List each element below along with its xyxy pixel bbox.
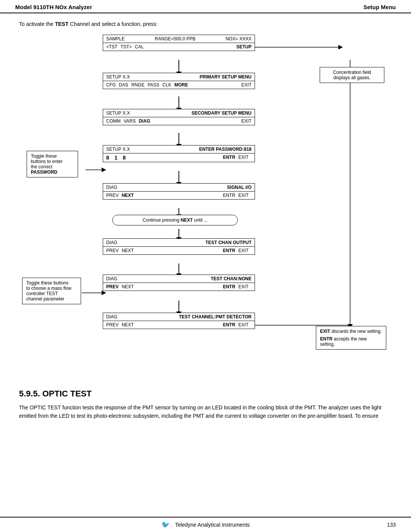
intro-text-before: To activate the [19, 21, 55, 27]
main-content: To activate the TEST Channel and select … [0, 13, 411, 451]
top-display-row2: <TST TST> CAL SETUP [103, 43, 255, 51]
primary-menu-header: SETUP X.X PRIMARY SETUP MENU [103, 73, 255, 81]
signal-io-menu-box: DIAG SIGNAL I/O PREV NEXT ENTR EXIT [103, 183, 255, 200]
none-entr-btn[interactable]: ENTR [223, 284, 236, 289]
toggle-line2: to choose a mass flow [26, 286, 77, 291]
testchan-pmt-diag: DIAG [106, 314, 117, 320]
toggle-line3: controller TEST [26, 291, 77, 296]
pmt-exit-btn[interactable]: EXIT [238, 322, 249, 328]
signal-exit-btn[interactable]: EXIT [238, 193, 249, 198]
primary-menu-items: CFG DAS RNGE PASS CLK MORE EXIT [103, 81, 255, 89]
digit-1[interactable]: 1 [115, 155, 118, 161]
none-next-btn[interactable]: NEXT [122, 284, 134, 289]
output-prev-btn[interactable]: PREV [106, 248, 119, 253]
page-footer: 🐦 Teledyne Analytical Instruments 133 [0, 517, 411, 532]
das-btn[interactable]: DAS [119, 82, 128, 88]
signal-menu-items: PREV NEXT ENTR EXIT [103, 192, 255, 199]
signal-menu-title: SIGNAL I/O [227, 185, 252, 190]
password-entr-btn[interactable]: ENTR [223, 155, 236, 161]
testchan-none-title: TEST CHAN:NONE [211, 276, 252, 281]
pass-btn[interactable]: PASS [148, 82, 159, 88]
range-label: RANGE=500.0 PPB [155, 36, 196, 42]
digit-8-last[interactable]: 8 [123, 155, 126, 161]
svg-marker-17 [338, 45, 343, 50]
primary-menu-title: PRIMARY SETUP MENU [200, 74, 252, 80]
password-callout-line2: buttons to enter [31, 159, 74, 164]
continue-text-before: Continue pressing [143, 217, 181, 223]
signal-prev-btn[interactable]: PREV [106, 193, 119, 198]
testchan-pmt-header: DIAG TEST CHANNEL:PMT DETECTOR [103, 313, 255, 321]
testchan-pmt-items: PREV NEXT ENTR EXIT [103, 321, 255, 329]
entr-label: ENTR [320, 336, 333, 342]
output-exit-btn[interactable]: EXIT [238, 248, 249, 253]
page-number: 133 [387, 522, 396, 528]
exit-entr-entr-line: ENTR accepts the new setting. [320, 336, 382, 347]
setup-label: SETUP [236, 44, 252, 50]
clk-btn[interactable]: CLK [162, 82, 171, 88]
section-body: The OPTIC TEST function tests the respon… [19, 403, 392, 420]
continue-text-after: until ... [193, 217, 208, 223]
sample-label: SAMPLE [106, 36, 125, 42]
bird-icon: 🐦 [161, 521, 170, 529]
intro-bold: TEST [55, 21, 68, 27]
exit-label: EXIT [320, 329, 330, 334]
primary-setup-label: SETUP X.X [106, 74, 130, 80]
footer-company: Teledyne Analytical Instruments [175, 522, 250, 528]
password-menu-header: SETUP X.X ENTER PASSWORD:818 [103, 145, 255, 153]
testchan-pmt-title: TEST CHANNEL:PMT DETECTOR [179, 314, 252, 320]
comm-btn[interactable]: COMM [106, 118, 121, 124]
header-left: Model 9110TH NOx Analyzer [15, 4, 92, 10]
top-display-row1: SAMPLE RANGE=500.0 PPB NOX= XXXX [103, 35, 255, 43]
secondary-menu-title: SECONDARY SETUP MENU [191, 110, 252, 116]
password-setup-label: SETUP X.X [106, 147, 130, 152]
password-callout: Toggle these buttons to enter the correc… [27, 151, 78, 177]
testchan-output-title: TEST CHAN OUTPUT [206, 240, 252, 245]
output-next-btn[interactable]: NEXT [122, 248, 134, 253]
password-callout-line3: the correct [31, 164, 74, 169]
pmt-prev-btn[interactable]: PREV [106, 322, 119, 328]
password-callout-line1: Toggle these [31, 153, 74, 159]
signal-next-btn[interactable]: NEXT [122, 193, 134, 198]
password-callout-bold: PASSWORD [31, 169, 57, 175]
top-display-box: SAMPLE RANGE=500.0 PPB NOX= XXXX <TST TS… [103, 35, 255, 51]
testchan-none-items: PREV NEXT ENTR EXIT [103, 283, 255, 291]
pmt-entr-btn[interactable]: ENTR [223, 322, 236, 328]
vars-btn[interactable]: VARS [124, 118, 136, 124]
exit-text: discards the new setting. [330, 329, 382, 334]
password-exit-btn[interactable]: EXIT [238, 155, 249, 161]
testchan-output-header: DIAG TEST CHAN OUTPUT [103, 239, 255, 247]
secondary-setup-menu-box: SETUP X.X SECONDARY SETUP MENU COMM VARS… [103, 109, 255, 125]
intro-text-after: Channel and select a function, press: [68, 21, 158, 27]
none-prev-btn[interactable]: PREV [106, 284, 119, 289]
testchan-output-items: PREV NEXT ENTR EXIT [103, 247, 255, 254]
svg-marker-21 [102, 291, 106, 295]
cfg-btn[interactable]: CFG [106, 82, 116, 88]
more-btn[interactable]: MORE [174, 82, 188, 88]
cal-label: CAL [135, 44, 143, 50]
continue-bubble: Continue pressing NEXT until ... [112, 215, 238, 225]
pmt-next-btn[interactable]: NEXT [122, 322, 134, 328]
concentration-callout: Concentration field displays all gases. [320, 67, 384, 83]
toggle-line4: channel parameter [26, 296, 77, 302]
signal-entr-btn[interactable]: ENTR [223, 193, 236, 198]
rnge-btn[interactable]: RNGE [131, 82, 145, 88]
toggle-callout: Toggle these buttons to choose a mass fl… [22, 278, 81, 304]
page-header: Model 9110TH NOx Analyzer Setup Menu [0, 0, 411, 13]
toggle-line1: Toggle these buttons [26, 280, 77, 286]
primary-exit-btn[interactable]: EXIT [241, 82, 252, 88]
section-number: 5.9.5. [19, 389, 40, 398]
diag-btn[interactable]: DIAG [139, 118, 150, 124]
concentration-line2: displays all gases. [324, 75, 380, 80]
testchan-none-header: DIAG TEST CHAN:NONE [103, 275, 255, 283]
nox-label: NOX= XXXX [226, 36, 252, 42]
testchan-none-box: DIAG TEST CHAN:NONE PREV NEXT ENTR EXIT [103, 275, 255, 291]
section-heading: 5.9.5. OPTIC TEST [19, 389, 392, 399]
none-exit-btn[interactable]: EXIT [238, 284, 249, 289]
exit-entr-exit-line: EXIT discards the new setting. [320, 329, 382, 334]
output-entr-btn[interactable]: ENTR [223, 248, 236, 253]
testchan-pmt-box: DIAG TEST CHANNEL:PMT DETECTOR PREV NEXT… [103, 313, 255, 329]
continue-bold: NEXT [181, 217, 193, 223]
digit-8-first[interactable]: 8 [106, 155, 109, 161]
password-menu-title: ENTER PASSWORD:818 [199, 147, 252, 152]
secondary-exit-btn[interactable]: EXIT [241, 118, 252, 124]
